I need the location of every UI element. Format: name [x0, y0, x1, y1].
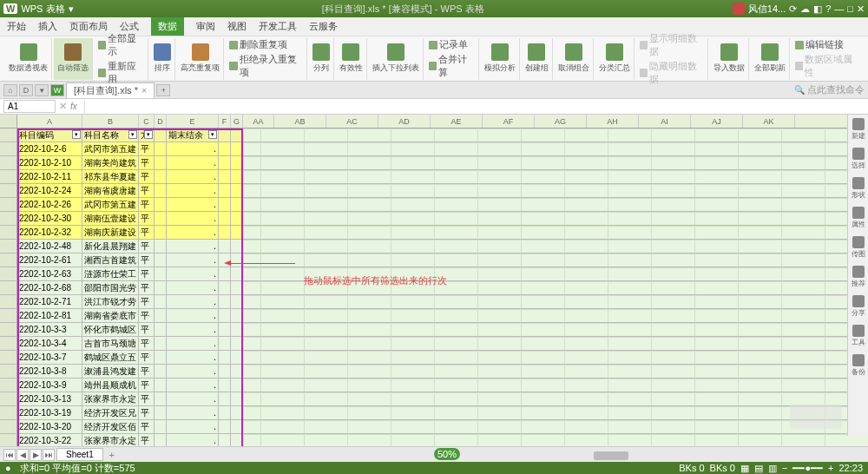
zoom-in-icon[interactable]: +: [828, 463, 833, 473]
table-row[interactable]: 2202-10-3-20 经济开发区佰 平 .: [0, 420, 868, 434]
col-ag[interactable]: AG: [535, 115, 587, 128]
col-ae[interactable]: AE: [431, 115, 483, 128]
table-row[interactable]: 2202-10-2-48 新化县晨翔建 平 .: [0, 240, 868, 253]
col-ah[interactable]: AH: [587, 115, 639, 128]
col-a[interactable]: A: [17, 115, 82, 128]
table-row[interactable]: 2202-10-2-24 湖南省虞唐建 平 .: [0, 184, 868, 198]
ribbon-showall[interactable]: 全部显示: [98, 32, 144, 58]
table-row[interactable]: 2202-10-2-81 湖南省娄底市 平 .: [0, 309, 868, 323]
col-ac[interactable]: AC: [326, 115, 378, 128]
sheet-last-icon[interactable]: ⏭: [43, 449, 55, 461]
ribbon-ungroup[interactable]: 取消组合: [555, 38, 594, 80]
ribbon-pivot[interactable]: 数据透视表: [5, 38, 52, 80]
menu-review[interactable]: 审阅: [196, 20, 215, 33]
horizontal-scrollbar[interactable]: [590, 450, 851, 462]
ribbon-dedup[interactable]: 删除重复项: [229, 38, 303, 51]
menu-start[interactable]: 开始: [7, 20, 26, 33]
side-props[interactable]: 属性: [852, 207, 865, 229]
minimize-icon[interactable]: —: [834, 3, 844, 14]
ribbon-autofilter[interactable]: 自动筛选: [54, 38, 93, 80]
col-aa[interactable]: AA: [243, 115, 274, 128]
side-backup[interactable]: 备份: [852, 354, 865, 377]
side-tools[interactable]: 工具: [852, 325, 865, 347]
col-f[interactable]: F: [219, 115, 231, 128]
header-name[interactable]: 科目名称▾: [82, 128, 139, 142]
col-b[interactable]: B: [82, 115, 139, 128]
cell-reference[interactable]: [3, 100, 56, 113]
close-icon[interactable]: ✕: [857, 3, 865, 15]
ribbon-showdetail[interactable]: 显示明细数据: [640, 32, 704, 58]
sheet-first-icon[interactable]: ⏮: [3, 449, 16, 461]
sheet-next-icon[interactable]: ▶: [30, 449, 42, 461]
tab-close-icon[interactable]: ×: [141, 85, 147, 95]
tab-back-icon[interactable]: D: [19, 84, 33, 96]
filter-icon[interactable]: ▾: [208, 130, 217, 139]
ribbon-validate[interactable]: 有效性: [336, 38, 367, 80]
formula-input[interactable]: [84, 101, 865, 113]
col-ak[interactable]: AK: [743, 115, 795, 128]
fx-cancel-icon[interactable]: ✕: [59, 101, 67, 112]
header-code[interactable]: 科目编码▾: [17, 128, 82, 142]
sheet-add-icon[interactable]: +: [105, 450, 119, 460]
col-g[interactable]: G: [231, 115, 243, 128]
help-icon[interactable]: ?: [825, 3, 831, 14]
view-break-icon[interactable]: ▥: [768, 463, 777, 474]
menu-cloud[interactable]: 云服务: [309, 20, 338, 33]
table-row[interactable]: 2202-10-3-7 鹤城区鼎立五 平 .: [0, 351, 868, 365]
ribbon-dropdown[interactable]: 插入下拉列表: [369, 38, 424, 80]
col-d[interactable]: D: [155, 115, 167, 128]
side-select[interactable]: 选择: [852, 148, 865, 170]
tab-new-icon[interactable]: W: [50, 84, 64, 96]
table-row[interactable]: 2202-10-3-9 靖州县顺成机 平 .: [0, 379, 868, 392]
skin-icon[interactable]: ◧: [813, 3, 822, 15]
zoom-slider[interactable]: ━━●━━: [792, 463, 823, 474]
ribbon-import[interactable]: 导入数据: [710, 38, 749, 80]
ribbon-group[interactable]: 创建组: [522, 38, 553, 80]
table-row[interactable]: 2202-10-2-30 湖南伍壹建设 平 .: [0, 212, 868, 226]
header-d[interactable]: [155, 128, 167, 142]
tab-fwd-icon[interactable]: ▾: [35, 84, 49, 96]
ribbon-hidedetail[interactable]: 隐藏明细数据: [640, 60, 704, 86]
view-page-icon[interactable]: ▤: [754, 463, 763, 474]
table-row[interactable]: 2202-10-2-61 湘西吉首建筑 平 .: [0, 253, 868, 267]
user-avatar[interactable]: [733, 3, 745, 15]
side-recommend[interactable]: 推荐: [852, 266, 865, 288]
table-row[interactable]: 2202-10-2-32 湖南庆新建设 平 .: [0, 226, 868, 240]
ribbon-record[interactable]: 记录单: [429, 38, 475, 51]
col-af[interactable]: AF: [483, 115, 535, 128]
command-search[interactable]: 🔍 点此查找命令: [794, 83, 865, 96]
tab-add-icon[interactable]: +: [156, 84, 170, 96]
sheet-tab[interactable]: Sheet1: [56, 448, 103, 461]
ribbon-sort[interactable]: 排序: [150, 38, 175, 80]
side-upload[interactable]: 传图: [852, 236, 865, 259]
table-row[interactable]: 2202-10-2-10 湖南美尚建筑 平 .: [0, 156, 868, 170]
ribbon-editlink[interactable]: 编辑链接: [795, 38, 859, 51]
select-all-corner[interactable]: [0, 115, 17, 128]
table-row[interactable]: 2202-10-2-26 武冈市第五建 平 .: [0, 198, 868, 212]
sync-icon[interactable]: ⟳: [789, 3, 797, 15]
ribbon-consolidate[interactable]: 合并计算: [429, 53, 475, 79]
filter-icon[interactable]: ▾: [144, 130, 153, 139]
table-row[interactable]: 2202-10-2-71 洪江市锐才劳 平 .: [0, 295, 868, 309]
header-dir[interactable]: 方▾: [139, 128, 155, 142]
col-e[interactable]: E: [167, 115, 219, 128]
col-ab[interactable]: AB: [274, 115, 326, 128]
view-normal-icon[interactable]: ▦: [740, 463, 749, 474]
zoom-out-icon[interactable]: −: [782, 463, 787, 473]
table-row[interactable]: 2202-10-2-6 武冈市第五建 平 .: [0, 142, 868, 156]
ribbon-rejectdup[interactable]: 拒绝录入重复项: [229, 53, 303, 79]
cloud-icon[interactable]: ☁: [800, 3, 810, 15]
tab-home-icon[interactable]: ⌂: [3, 84, 17, 96]
menu-insert[interactable]: 插入: [38, 20, 57, 33]
menu-view[interactable]: 视图: [227, 20, 247, 33]
ribbon-split[interactable]: 分列: [309, 38, 334, 80]
ribbon-refresh[interactable]: 全部刷新: [751, 38, 790, 80]
table-row[interactable]: 2202-10-3-4 吉首市马颈塘 平 .: [0, 337, 868, 351]
ribbon-dataprops[interactable]: 数据区域属性: [795, 53, 859, 79]
sheet-prev-icon[interactable]: ◀: [16, 449, 29, 461]
col-c[interactable]: C: [139, 115, 155, 128]
ribbon-subtotal[interactable]: 分类汇总: [595, 38, 635, 80]
fx-icon[interactable]: fx: [70, 102, 77, 111]
header-balance[interactable]: 期末结余▾: [167, 128, 219, 142]
side-new[interactable]: 新建: [852, 118, 865, 141]
